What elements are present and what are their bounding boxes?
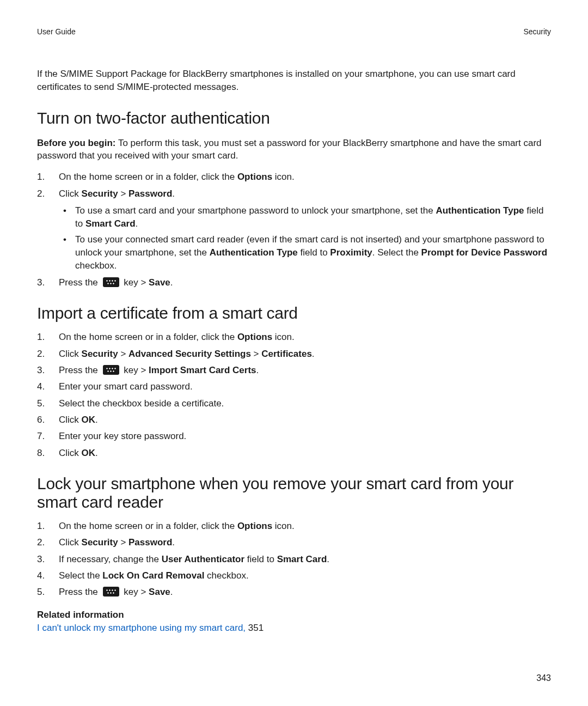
section-heading-import-cert: Import a certificate from a smart card bbox=[37, 304, 551, 322]
related-link[interactable]: I can't unlock my smartphone using my sm… bbox=[37, 623, 246, 633]
step-item: Click OK. bbox=[37, 446, 551, 460]
menu-key-icon bbox=[103, 277, 119, 287]
intro-paragraph: If the S/MIME Support Package for BlackB… bbox=[37, 68, 551, 94]
bullet-item: To use a smart card and your smartphone … bbox=[59, 204, 551, 230]
step-item: Select the Lock On Card Removal checkbox… bbox=[37, 569, 551, 583]
step-item: Press the key > Save. bbox=[37, 276, 551, 290]
step-item: Press the key > Save. bbox=[37, 585, 551, 599]
steps-lock-smartphone: On the home screen or in a folder, click… bbox=[37, 519, 551, 600]
related-information-heading: Related information bbox=[37, 610, 551, 620]
before-label: Before you begin: bbox=[37, 138, 116, 148]
step-item: Click Security > Password. bbox=[37, 535, 551, 550]
step-item: On the home screen or in a folder, click… bbox=[37, 330, 551, 344]
step-item: Select the checkbox beside a certificate… bbox=[37, 397, 551, 411]
steps-two-factor: On the home screen or in a folder, click… bbox=[37, 170, 551, 290]
page-number: 343 bbox=[536, 673, 551, 683]
menu-key-icon bbox=[103, 365, 119, 375]
bullet-item: To use your connected smart card reader … bbox=[59, 233, 551, 272]
step-item: Click Security > Password. To use a smar… bbox=[37, 187, 551, 272]
section-heading-two-factor: Turn on two-factor authentication bbox=[37, 109, 551, 127]
menu-key-icon bbox=[103, 587, 119, 597]
section-heading-lock-smartphone: Lock your smartphone when you remove you… bbox=[37, 474, 551, 512]
step-item: Click Security > Advanced Security Setti… bbox=[37, 347, 551, 361]
before-you-begin: Before you begin: To perform this task, … bbox=[37, 137, 551, 163]
sub-bullets: To use a smart card and your smartphone … bbox=[59, 204, 551, 272]
step-item: If necessary, change the User Authentica… bbox=[37, 552, 551, 567]
header-right: Security bbox=[523, 27, 551, 36]
step-item: Press the key > Import Smart Card Certs. bbox=[37, 363, 551, 378]
related-link-page: 351 bbox=[246, 623, 264, 633]
document-page: User Guide Security If the S/MIME Suppor… bbox=[0, 0, 588, 706]
step-item: On the home screen or in a folder, click… bbox=[37, 170, 551, 184]
page-header: User Guide Security bbox=[37, 27, 551, 36]
step-item: Click OK. bbox=[37, 413, 551, 427]
related-link-row: I can't unlock my smartphone using my sm… bbox=[37, 623, 551, 634]
step-item: On the home screen or in a folder, click… bbox=[37, 519, 551, 533]
step-item: Enter your smart card password. bbox=[37, 380, 551, 394]
header-left: User Guide bbox=[37, 27, 76, 36]
step-item: Enter your key store password. bbox=[37, 429, 551, 443]
steps-import-cert: On the home screen or in a folder, click… bbox=[37, 330, 551, 460]
